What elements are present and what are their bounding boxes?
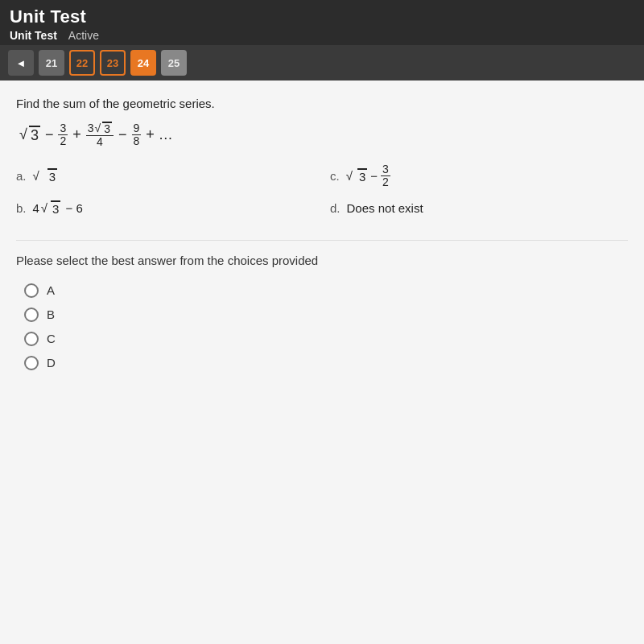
radio-circle-a — [24, 283, 39, 298]
radio-label-a: A — [47, 283, 55, 297]
question-area: Find the sum of the geometric series. √3… — [0, 80, 644, 383]
select-prompt: Please select the best answer from the c… — [16, 254, 628, 267]
question-prompt: Find the sum of the geometric series. — [16, 97, 628, 110]
radio-label-d: D — [47, 356, 56, 369]
radio-circle-d — [24, 356, 39, 370]
radio-option-c[interactable]: C — [24, 332, 628, 346]
formula-display: √3 − 3 2 + 3√3 4 − 9 8 + … — [16, 122, 628, 149]
radio-circle-b — [24, 308, 39, 322]
radio-label-c: C — [47, 332, 56, 345]
nav-page-21[interactable]: 21 — [39, 50, 64, 76]
nav-prev-button[interactable]: ◄ — [8, 50, 34, 76]
nav-page-22[interactable]: 22 — [69, 50, 95, 76]
radio-label-b: B — [47, 308, 55, 321]
top-bar: Unit Test Unit Test Active — [0, 0, 644, 45]
choice-b[interactable]: b. 4√3 − 6 — [16, 200, 314, 216]
nav-page-24[interactable]: 24 — [130, 50, 156, 76]
nav-bar: ◄ 21 22 23 24 25 — [0, 45, 644, 80]
status-badge: Active — [68, 29, 99, 42]
radio-option-d[interactable]: D — [24, 356, 628, 370]
choice-d[interactable]: d. Does not exist — [330, 200, 628, 216]
sub-title: Unit Test — [10, 29, 57, 42]
main-content: Find the sum of the geometric series. √3… — [0, 80, 644, 644]
radio-group: A B C D — [16, 283, 628, 370]
choice-a[interactable]: a. √3 — [16, 163, 314, 189]
divider — [16, 240, 628, 241]
nav-page-23[interactable]: 23 — [100, 50, 126, 76]
sub-header: Unit Test Active — [10, 29, 634, 42]
radio-option-b[interactable]: B — [24, 308, 628, 322]
choice-c[interactable]: c. √3 − 3 2 — [330, 163, 628, 189]
page-title: Unit Test — [10, 6, 634, 27]
radio-option-a[interactable]: A — [24, 283, 628, 298]
choices-grid: a. √3 c. √3 − 3 2 b. 4√3 − 6 — [16, 163, 628, 216]
radio-circle-c — [24, 332, 39, 346]
nav-page-25[interactable]: 25 — [161, 50, 187, 76]
